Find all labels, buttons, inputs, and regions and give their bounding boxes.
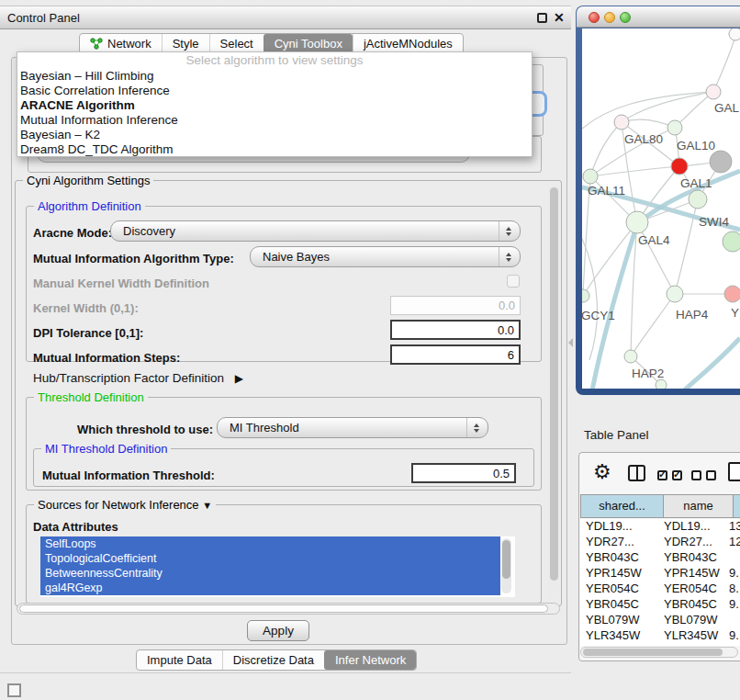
- tab-network-label: Network: [107, 37, 151, 51]
- chevron-down-icon: ▼: [202, 500, 212, 511]
- attributes-scrollbar[interactable]: [501, 538, 511, 593]
- table-horizontal-scrollbar-thumb[interactable]: [583, 649, 723, 656]
- unchecked-checkbox-icon[interactable]: [691, 470, 701, 480]
- cell: YER054C: [664, 581, 717, 595]
- checked-checkbox-icon[interactable]: [672, 470, 682, 480]
- table-row[interactable]: YIL052CYIL052C9: [580, 644, 740, 646]
- attributes-scrollbar-thumb[interactable]: [502, 540, 510, 579]
- network-node[interactable]: [583, 169, 598, 184]
- network-edge: [590, 122, 622, 176]
- cell: YLR345W: [586, 628, 640, 642]
- manual-kernel-width-checkbox[interactable]: [507, 275, 520, 288]
- close-traffic-light-icon[interactable]: [589, 12, 600, 23]
- column-header-name[interactable]: name: [664, 494, 734, 518]
- network-edge: [675, 92, 713, 128]
- settings-vertical-scrollbar-thumb[interactable]: [550, 187, 558, 581]
- dropdown-item[interactable]: Bayesian – Hill Climbing: [17, 69, 532, 84]
- table-row[interactable]: YBR043CYBR043C: [580, 550, 740, 566]
- table-horizontal-scrollbar[interactable]: [580, 647, 738, 658]
- dock-mini-icon[interactable]: [7, 683, 21, 697]
- dropdown-item-selected[interactable]: ARACNE Algorithm: [17, 98, 532, 113]
- mi-threshold-field[interactable]: [411, 463, 516, 483]
- tab-impute-data[interactable]: Impute Data: [137, 650, 222, 670]
- network-node[interactable]: [706, 85, 721, 99]
- cell: YIL052C: [664, 644, 711, 646]
- network-node[interactable]: [582, 289, 589, 302]
- dropdown-item[interactable]: Basic Correlation Inference: [17, 84, 532, 98]
- network-node[interactable]: [723, 231, 740, 252]
- column-header-shared-name[interactable]: shared...: [580, 494, 664, 518]
- network-node[interactable]: [689, 190, 707, 209]
- close-icon[interactable]: ✕: [554, 10, 565, 25]
- table-row[interactable]: YBL079WYBL079W: [580, 613, 740, 628]
- app-root: Control Panel ✕ Network Style Select Cyn…: [0, 0, 740, 700]
- tab-discretize-data-label: Discretize Data: [233, 653, 314, 667]
- cell: YDL19...: [586, 519, 633, 533]
- cell: YPR145W: [664, 566, 720, 580]
- network-node[interactable]: [667, 120, 682, 135]
- stepper-icon: [499, 221, 520, 241]
- mi-algorithm-type-combobox[interactable]: Naive Bayes: [250, 246, 521, 267]
- tab-infer-network[interactable]: Infer Network: [324, 650, 416, 670]
- dropdown-item[interactable]: Bayesian – K2: [17, 128, 532, 142]
- list-item[interactable]: BetweennessCentrality: [40, 566, 500, 581]
- table-rows: YDL19...YDL19...13 YDR27...YDR27...12 YB…: [580, 519, 740, 646]
- dpi-tolerance-field[interactable]: [390, 320, 521, 340]
- zoom-traffic-light-icon[interactable]: [620, 12, 631, 23]
- list-item[interactable]: SelfLoops: [40, 536, 500, 551]
- network-canvas[interactable]: GAL GAL80 GAL10 GAL1 GAL11 SWI4 GAL4 GCY…: [582, 28, 740, 389]
- network-node[interactable]: [656, 379, 667, 389]
- document-icon[interactable]: [728, 462, 740, 481]
- minimize-traffic-light-icon[interactable]: [604, 12, 615, 23]
- tab-cyni-toolbox[interactable]: Cyni Toolbox: [263, 34, 353, 53]
- splitter-collapse-handle[interactable]: [568, 338, 573, 347]
- apply-button[interactable]: Apply: [247, 620, 309, 641]
- cell: YER054C: [586, 581, 639, 595]
- list-item[interactable]: gal4RGexp: [40, 581, 500, 595]
- gear-icon[interactable]: ⚙: [593, 460, 611, 484]
- settings-horizontal-scrollbar-thumb[interactable]: [19, 604, 548, 613]
- mi-steps-field[interactable]: [390, 344, 521, 365]
- node-label: Y: [731, 306, 739, 320]
- tab-style[interactable]: Style: [162, 34, 209, 53]
- tab-discretize-data[interactable]: Discretize Data: [222, 650, 324, 670]
- settings-horizontal-scrollbar[interactable]: [17, 603, 560, 615]
- table-row[interactable]: YDL19...YDL19...13: [580, 519, 740, 535]
- hub-definition-toggle[interactable]: Hub/Transcription Factor Definition ▶: [33, 371, 243, 385]
- float-icon[interactable]: [537, 13, 547, 23]
- network-node[interactable]: [614, 115, 629, 130]
- unchecked-checkbox-icon[interactable]: [706, 470, 716, 480]
- cell: 9.: [729, 566, 739, 580]
- dropdown-item[interactable]: Dream8 DC_TDC Algorithm: [17, 142, 532, 157]
- kernel-width-field[interactable]: [390, 296, 521, 315]
- sources-title[interactable]: Sources for Network Inference ▼: [34, 498, 216, 512]
- which-threshold-combobox[interactable]: MI Threshold: [217, 417, 488, 438]
- network-node-selected[interactable]: [671, 158, 688, 175]
- network-node[interactable]: [667, 286, 683, 302]
- table-row[interactable]: YLR345WYLR345W9.: [580, 628, 740, 644]
- table-row[interactable]: YPR145WYPR145W9.: [580, 566, 740, 581]
- cell: 8.: [729, 581, 739, 595]
- network-node[interactable]: [724, 286, 740, 302]
- aracne-mode-combobox[interactable]: Discovery: [110, 220, 521, 242]
- aracne-mode-label: Aracne Mode:: [33, 226, 112, 240]
- network-node[interactable]: [626, 211, 648, 233]
- network-window-titlebar[interactable]: [577, 6, 740, 28]
- tab-select[interactable]: Select: [209, 34, 263, 53]
- tab-network[interactable]: Network: [80, 34, 162, 53]
- network-node[interactable]: [624, 350, 637, 363]
- list-item[interactable]: TopologicalCoefficient: [40, 551, 500, 566]
- column-header-partial[interactable]: [734, 494, 740, 518]
- table-row[interactable]: YER054CYER054C8.: [580, 581, 740, 597]
- table-row[interactable]: YBR045CYBR045C9.: [580, 597, 740, 613]
- table-row[interactable]: YDR27...YDR27...12: [580, 535, 740, 550]
- network-node[interactable]: [729, 28, 740, 40]
- network-node[interactable]: [710, 151, 732, 173]
- checked-checkbox-icon[interactable]: [657, 470, 667, 480]
- split-columns-icon[interactable]: [628, 465, 645, 481]
- settings-vertical-scrollbar[interactable]: [549, 184, 559, 599]
- tab-jactivemnodules[interactable]: jActiveMNodules: [353, 34, 463, 53]
- node-label: GAL: [714, 101, 740, 115]
- mi-threshold-definition-title: MI Threshold Definition: [41, 442, 171, 456]
- dropdown-item[interactable]: Mutual Information Inference: [17, 113, 532, 128]
